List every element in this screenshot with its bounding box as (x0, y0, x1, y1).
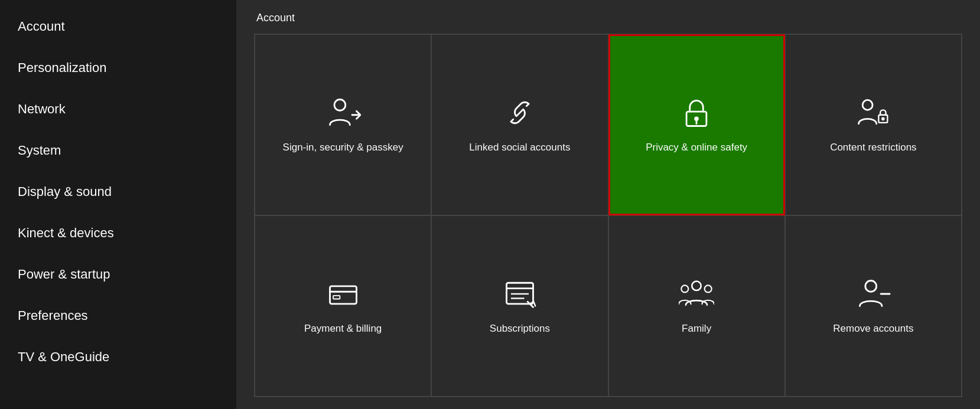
sidebar-item-label: Personalization (18, 60, 106, 75)
cell-label: Remove accounts (833, 322, 913, 335)
list-card-icon (502, 276, 538, 312)
svg-point-16 (681, 286, 688, 293)
cell-label: Payment & billing (304, 322, 382, 335)
cell-label: Sign-in, security & passkey (283, 141, 403, 154)
cell-label: Subscriptions (490, 322, 550, 335)
page-title: Account (254, 12, 962, 24)
grid-cell-privacy-safety[interactable]: Privacy & online safety (608, 34, 785, 215)
sidebar-item-preferences[interactable]: Preferences (0, 295, 236, 336)
grid-cell-sign-in-security[interactable]: Sign-in, security & passkey (255, 34, 431, 215)
grid-cell-linked-social[interactable]: Linked social accounts (431, 34, 608, 215)
sidebar: Account Personalization Network System D… (0, 0, 236, 409)
sidebar-item-display-sound[interactable]: Display & sound (0, 171, 236, 212)
svg-point-5 (863, 100, 873, 110)
grid-cell-content-restrictions[interactable]: Content restrictions (785, 34, 962, 215)
svg-point-7 (882, 118, 884, 120)
grid-cell-remove-accounts[interactable]: Remove accounts (785, 215, 962, 397)
cell-label: Family (682, 322, 711, 335)
cell-label: Content restrictions (830, 141, 916, 154)
svg-point-18 (865, 281, 877, 292)
sidebar-item-tv-oneguide[interactable]: TV & OneGuide (0, 336, 236, 378)
cell-label: Linked social accounts (469, 141, 570, 154)
sidebar-item-label: Account (18, 19, 65, 34)
grid-cell-subscriptions[interactable]: Subscriptions (431, 215, 608, 397)
svg-point-17 (705, 286, 712, 293)
sidebar-item-label: Preferences (18, 308, 88, 323)
credit-card-icon (325, 276, 361, 312)
svg-point-0 (334, 100, 346, 111)
person-arrow-icon (325, 95, 361, 130)
cell-label: Privacy & online safety (646, 141, 747, 154)
sidebar-item-label: Power & startup (18, 267, 110, 282)
main-content: Account Sign-in, security & passkey (236, 0, 980, 409)
sidebar-item-personalization[interactable]: Personalization (0, 47, 236, 89)
person-minus-icon (855, 276, 891, 312)
person-lock-icon (855, 95, 891, 130)
grid-cell-family[interactable]: Family (608, 215, 785, 397)
settings-grid: Sign-in, security & passkey Linked socia… (254, 34, 962, 397)
svg-rect-10 (333, 296, 340, 299)
sidebar-item-label: TV & OneGuide (18, 349, 109, 364)
sidebar-item-label: Network (18, 102, 66, 116)
sidebar-item-account[interactable]: Account (0, 6, 236, 47)
sidebar-item-system[interactable]: System (0, 130, 236, 171)
lock-icon (679, 95, 714, 130)
sidebar-item-label: System (18, 143, 61, 158)
link-chain-icon (502, 95, 538, 130)
svg-point-15 (692, 282, 701, 290)
sidebar-item-network[interactable]: Network (0, 89, 236, 130)
sidebar-item-power-startup[interactable]: Power & startup (0, 254, 236, 295)
sidebar-item-label: Display & sound (18, 184, 112, 199)
sidebar-item-label: Kinect & devices (18, 225, 114, 240)
grid-cell-payment-billing[interactable]: Payment & billing (255, 215, 431, 397)
group-people-icon (679, 276, 714, 312)
sidebar-item-kinect-devices[interactable]: Kinect & devices (0, 212, 236, 254)
